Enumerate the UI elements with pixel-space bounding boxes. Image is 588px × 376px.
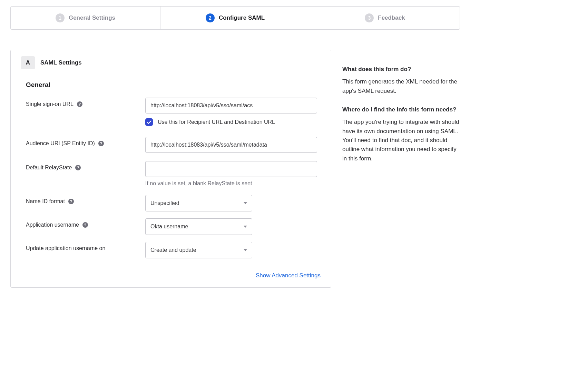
saml-settings-panel: A SAML Settings General Single sign-on U…: [10, 50, 331, 288]
checkbox-label: Use this for Recipient URL and Destinati…: [158, 119, 275, 125]
wizard-stepper: 1 General Settings 2 Configure SAML 3 Fe…: [10, 6, 460, 30]
section-badge: A: [21, 56, 35, 69]
help-icon[interactable]: ?: [82, 222, 88, 228]
show-advanced-settings-link[interactable]: Show Advanced Settings: [256, 272, 321, 279]
label-sso-url: Single sign-on URL: [26, 101, 74, 107]
label-update-username-on: Update application username on: [26, 245, 105, 251]
label-audience-uri: Audience URI (SP Entity ID): [26, 140, 95, 147]
app-username-select[interactable]: Okta username: [145, 218, 252, 235]
select-value: Okta username: [150, 224, 188, 230]
chevron-down-icon: [244, 202, 247, 204]
select-value: Create and update: [150, 247, 196, 253]
step-general-settings[interactable]: 1 General Settings: [11, 7, 160, 29]
help-icon[interactable]: ?: [75, 165, 81, 170]
label-relaystate: Default RelayState: [26, 165, 72, 171]
sidebar-q2-body: The app you're trying to integrate with …: [342, 118, 460, 163]
label-app-username: Application username: [26, 222, 79, 228]
step-configure-saml[interactable]: 2 Configure SAML: [160, 7, 310, 29]
help-sidebar: What does this form do? This form genera…: [342, 50, 460, 173]
step-label: Configure SAML: [219, 14, 265, 21]
use-for-recipient-checkbox[interactable]: [145, 118, 153, 126]
advanced-settings-container: Show Advanced Settings: [26, 272, 321, 279]
step-label: Feedback: [378, 14, 405, 21]
chevron-down-icon: [244, 249, 247, 251]
relaystate-hint: If no value is set, a blank RelayState i…: [145, 180, 321, 187]
step-feedback[interactable]: 3 Feedback: [310, 7, 460, 29]
relaystate-input[interactable]: [145, 161, 317, 177]
chevron-down-icon: [244, 226, 247, 228]
audience-uri-input[interactable]: [145, 137, 317, 153]
help-icon[interactable]: ?: [68, 199, 74, 204]
step-number: 3: [365, 13, 374, 22]
label-nameid-format: Name ID format: [26, 198, 65, 205]
sidebar-q2-title: Where do I find the info this form needs…: [342, 105, 460, 114]
help-icon[interactable]: ?: [98, 141, 104, 146]
sidebar-q1-body: This form generates the XML needed for t…: [342, 77, 460, 96]
select-value: Unspecified: [150, 200, 179, 206]
panel-title: SAML Settings: [40, 59, 82, 66]
help-icon[interactable]: ?: [77, 101, 82, 107]
sso-url-input[interactable]: [145, 98, 317, 113]
sidebar-q1-title: What does this form do?: [342, 65, 460, 74]
nameid-format-select[interactable]: Unspecified: [145, 195, 252, 211]
update-username-select[interactable]: Create and update: [145, 242, 252, 258]
subheading-general: General: [26, 81, 321, 89]
step-label: General Settings: [69, 14, 115, 21]
step-number: 2: [206, 13, 215, 22]
step-number: 1: [56, 13, 65, 22]
check-icon: [147, 120, 151, 124]
